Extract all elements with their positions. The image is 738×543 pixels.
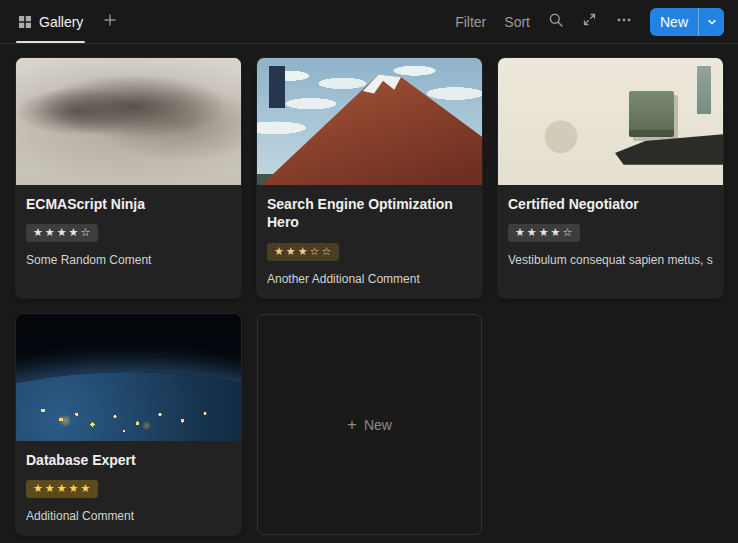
add-view-button[interactable] [99, 9, 121, 35]
expand-button[interactable] [576, 8, 604, 36]
card-body: Certified Negotiator★★★★☆Vestibulum cons… [498, 185, 723, 279]
satellite-image [16, 58, 241, 185]
gallery-card[interactable]: Database Expert★★★★★Additional Comment [16, 314, 241, 535]
new-dropdown-button[interactable] [698, 8, 724, 36]
chevron-down-icon [707, 13, 717, 31]
red-fuji-image [257, 58, 482, 185]
card-comment: Additional Comment [26, 509, 231, 523]
rating-row: ★★★☆☆ [267, 241, 472, 261]
view-toolbar: Gallery Filter Sort [0, 0, 738, 43]
card-body: Search Engine Optimization Hero★★★☆☆Anot… [257, 185, 482, 298]
tab-label: Gallery [39, 14, 83, 30]
gallery-card[interactable]: Search Engine Optimization Hero★★★☆☆Anot… [257, 58, 482, 298]
gallery-card[interactable]: Certified Negotiator★★★★☆Vestibulum cons… [498, 58, 723, 298]
jstill-image [498, 58, 723, 185]
rating-badge: ★★★★★ [26, 480, 98, 498]
toolbar-actions: Filter Sort New [449, 8, 724, 36]
gallery-card[interactable]: ECMAScript Ninja★★★★☆Some Random Coment [16, 58, 241, 298]
rating-row: ★★★★☆ [26, 222, 231, 242]
card-comment: Vestibulum consequat sapien metus, s [508, 253, 713, 267]
rating-row: ★★★★☆ [508, 222, 713, 242]
card-body: ECMAScript Ninja★★★★☆Some Random Coment [16, 185, 241, 279]
new-card-button[interactable]: + New [257, 314, 482, 535]
plus-icon [103, 13, 117, 31]
gallery-app: Gallery Filter Sort [0, 0, 738, 543]
tab-gallery[interactable]: Gallery [16, 0, 85, 43]
rating-badge: ★★★★☆ [26, 224, 98, 242]
more-options-button[interactable] [610, 8, 638, 36]
expand-icon [582, 12, 597, 31]
card-title: Certified Negotiator [508, 195, 713, 213]
rating-badge: ★★★☆☆ [267, 243, 339, 261]
view-tabs: Gallery [16, 0, 121, 43]
search-icon [548, 12, 564, 32]
new-button-group: New [650, 8, 724, 36]
earth-image [16, 314, 241, 441]
gallery-grid: ECMAScript Ninja★★★★☆Some Random ComentS… [0, 44, 738, 543]
card-comment: Another Additional Comment [267, 272, 472, 286]
card-comment: Some Random Coment [26, 253, 231, 267]
new-button[interactable]: New [650, 8, 698, 36]
sort-button[interactable]: Sort [498, 10, 536, 34]
new-card-label: New [364, 417, 392, 433]
card-title: ECMAScript Ninja [26, 195, 231, 213]
rating-badge: ★★★★☆ [508, 224, 580, 242]
rating-row: ★★★★★ [26, 478, 231, 498]
search-button[interactable] [542, 8, 570, 36]
card-title: Database Expert [26, 451, 231, 469]
filter-button[interactable]: Filter [449, 10, 492, 34]
card-title: Search Engine Optimization Hero [267, 195, 472, 232]
card-body: Database Expert★★★★★Additional Comment [16, 441, 241, 535]
more-options-icon [616, 12, 632, 32]
gallery-view-icon [18, 15, 32, 29]
plus-icon: + [347, 416, 357, 433]
